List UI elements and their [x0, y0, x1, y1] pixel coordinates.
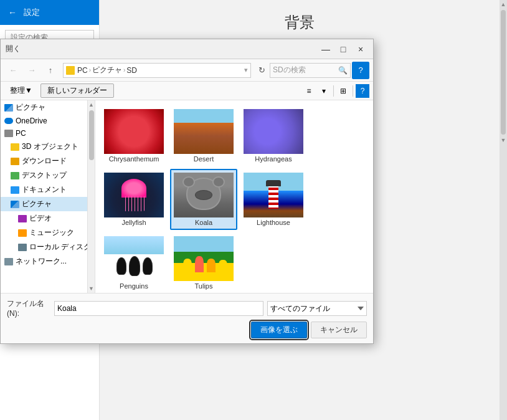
dialog-maximize-button[interactable]: □: [336, 42, 351, 57]
thumb-tulips: [174, 236, 234, 281]
thumb-koala: [174, 173, 234, 217]
tree-label-onedrive: OneDrive: [16, 117, 47, 125]
filename-label: ファイル名(N):: [7, 298, 50, 318]
file-label-penguins: Penguins: [120, 282, 148, 290]
pictures2-icon: [11, 201, 19, 208]
tree-item-pc[interactable]: PC: [1, 127, 87, 140]
page-title: 背景: [100, 0, 500, 39]
dialog-menu-bar: 整理▼ 新しいフォルダー ≡ ▾ ⊞ ?: [1, 82, 373, 100]
dialog-toolbar: ← → ↑ PC › ピクチャ › SD ▾ ↻: [1, 59, 373, 82]
tree-panel: ピクチャ OneDrive PC 3D オブジェクト: [1, 100, 88, 293]
tree-item-pictures[interactable]: ピクチャ: [1, 100, 87, 115]
tree-item-pictures2[interactable]: ピクチャ: [1, 197, 87, 211]
crumb-pc: PC: [77, 66, 88, 75]
tree-label-documents: ドキュメント: [22, 184, 67, 195]
tree-label-downloads: ダウンロード: [22, 156, 67, 166]
desktop-icon: [11, 172, 19, 179]
tree-item-desktop[interactable]: デスクトップ: [1, 168, 87, 183]
tree-item-videos[interactable]: ビデオ: [1, 211, 87, 226]
file-item-penguins[interactable]: Penguins: [100, 232, 168, 293]
thumb-desert: [174, 109, 234, 154]
tree-item-documents[interactable]: ドキュメント: [1, 183, 87, 197]
address-bar[interactable]: PC › ピクチャ › SD ▾: [63, 63, 251, 78]
refresh-button[interactable]: ↻: [255, 64, 268, 77]
search-box[interactable]: SDの検索 🔍: [270, 63, 351, 78]
main-scrollbar[interactable]: ▲ ▼: [500, 0, 507, 420]
sidebar-title: 設定: [24, 7, 40, 18]
dialog-close-button[interactable]: ×: [353, 42, 368, 57]
up-nav-button[interactable]: ↑: [42, 62, 59, 79]
tree-item-local-disk[interactable]: ローカル ディスク (C: [1, 240, 87, 254]
choose-button[interactable]: 画像を選ぶ: [251, 322, 307, 338]
filename-input[interactable]: [54, 301, 263, 316]
tree-item-onedrive[interactable]: OneDrive: [1, 115, 87, 127]
tree-item-3d[interactable]: 3D オブジェクト: [1, 140, 87, 154]
tree-label-pc: PC: [16, 129, 26, 138]
file-item-tulips[interactable]: Tulips: [170, 232, 237, 293]
address-crumb: PC › ピクチャ › SD: [77, 65, 137, 75]
file-dialog: 開く — □ × ← → ↑ PC › ピクチャ: [0, 39, 374, 344]
scroll-down-arrow[interactable]: ▼: [88, 285, 94, 292]
videos-icon: [18, 215, 27, 222]
list-view-button[interactable]: ≡: [302, 84, 316, 98]
thumb-jellyfish: [104, 173, 164, 217]
tree-item-downloads[interactable]: ダウンロード: [1, 154, 87, 168]
tree-label-network: ネットワーク...: [16, 256, 67, 267]
lighthouse-top: [266, 180, 281, 186]
forward-nav-button[interactable]: →: [23, 62, 40, 79]
koala-ear-left: [182, 176, 195, 188]
search-placeholder: SDの検索: [273, 65, 306, 75]
scroll-thumb[interactable]: [89, 110, 94, 160]
dialog-bottom: ファイル名(N): すべてのファイル 画像を選ぶ キャンセル: [1, 293, 373, 343]
details-view-button[interactable]: ⊞: [336, 84, 350, 98]
pictures-icon: [4, 104, 13, 112]
file-item-desert[interactable]: Desert: [170, 105, 237, 166]
file-label-lighthouse: Lighthouse: [257, 219, 290, 226]
file-item-lighthouse[interactable]: Lighthouse: [240, 169, 307, 230]
thumb-hydrangeas: [244, 109, 303, 154]
lighthouse-tower: [268, 185, 278, 209]
onedrive-icon: [4, 118, 13, 124]
penguin-3: [143, 257, 153, 275]
file-item-hydrangeas[interactable]: Hydrangeas: [240, 105, 307, 166]
address-dropdown-arrow[interactable]: ▾: [244, 66, 248, 74]
jellyfish-body: [121, 179, 146, 198]
new-folder-button[interactable]: 新しいフォルダー: [40, 84, 114, 98]
back-nav-button[interactable]: ←: [4, 62, 22, 79]
main-scroll-down[interactable]: ▼: [500, 137, 507, 143]
help-view-button[interactable]: ?: [356, 84, 369, 98]
documents-icon: [11, 186, 19, 194]
search-icon: 🔍: [338, 66, 348, 75]
file-label-chrysanthemum: Chrysanthemum: [109, 155, 159, 163]
tree-item-music[interactable]: ミュージック: [1, 226, 87, 240]
dialog-content: ピクチャ OneDrive PC 3D オブジェクト: [1, 100, 373, 293]
file-item-chrysanthemum[interactable]: Chrysanthemum: [100, 105, 168, 166]
file-item-koala[interactable]: Koala: [170, 169, 237, 230]
file-label-koala: Koala: [195, 219, 212, 226]
thumb-chrysanthemum: [104, 109, 164, 154]
help-button[interactable]: ?: [352, 62, 369, 79]
music-icon: [18, 229, 27, 237]
tree-scrollbar[interactable]: ▲ ▼: [88, 100, 95, 293]
file-label-tulips: Tulips: [195, 282, 213, 290]
action-buttons-row: 画像を選ぶ キャンセル: [7, 322, 367, 338]
tree-item-network[interactable]: ネットワーク...: [1, 254, 87, 269]
back-button[interactable]: ←: [6, 6, 19, 19]
filetype-select[interactable]: すべてのファイル: [267, 301, 367, 316]
organize-menu-button[interactable]: 整理▼: [4, 84, 38, 98]
file-item-jellyfish[interactable]: Jellyfish: [100, 169, 168, 230]
file-label-jellyfish: Jellyfish: [121, 219, 146, 226]
main-body: 開く — □ × ← → ↑ PC › ピクチャ: [100, 39, 500, 420]
tree-label-3d: 3D オブジェクト: [22, 141, 78, 152]
main-scroll-up[interactable]: ▲: [500, 1, 507, 7]
tulip-4: [219, 260, 227, 272]
pc-icon: [4, 130, 13, 137]
view-dropdown-button[interactable]: ▾: [317, 84, 331, 98]
main-scroll-thumb[interactable]: [501, 10, 506, 135]
dialog-minimize-button[interactable]: —: [318, 42, 333, 57]
local-disk-icon: [18, 244, 27, 251]
cancel-button[interactable]: キャンセル: [311, 322, 367, 338]
thumb-penguins: [104, 236, 164, 281]
scroll-up-arrow[interactable]: ▲: [88, 102, 94, 108]
3d-icon: [11, 143, 19, 151]
